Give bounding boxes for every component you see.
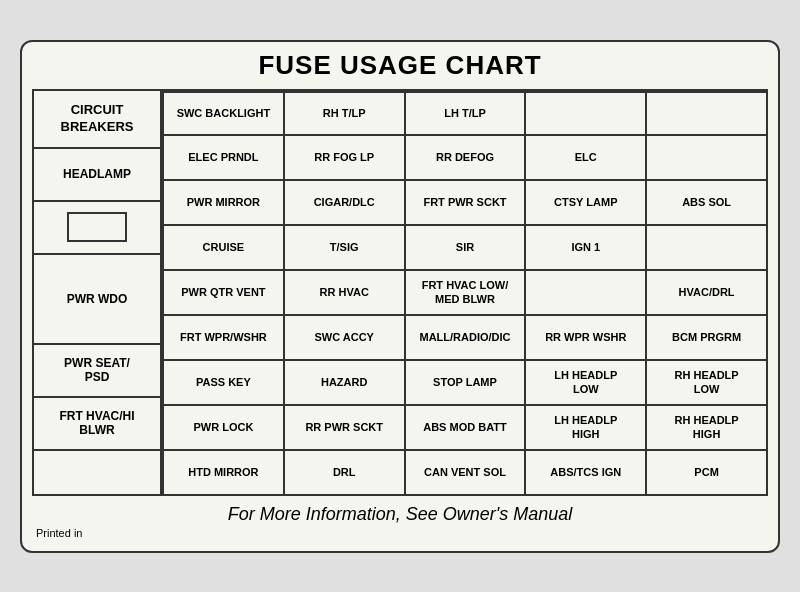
cell: LH T/LP bbox=[406, 91, 527, 136]
grid-row: HTD MIRROR DRL CAN VENT SOL ABS/TCS IGN … bbox=[162, 451, 768, 496]
cell: HVAC/DRL bbox=[647, 271, 768, 316]
cell: HTD MIRROR bbox=[164, 451, 285, 496]
cell: CIGAR/DLC bbox=[285, 181, 406, 226]
cell bbox=[647, 91, 768, 136]
cell: PWR MIRROR bbox=[164, 181, 285, 226]
cell: ELC bbox=[526, 136, 647, 181]
cell: RR FOG LP bbox=[285, 136, 406, 181]
cb-item-pwr-wdo: PWR WDO bbox=[32, 255, 162, 345]
cb-item-blank bbox=[32, 202, 162, 255]
cb-item-frt-hvac: FRT HVAC/HIBLWR bbox=[32, 398, 162, 451]
cb-item-pwr-seat: PWR SEAT/PSD bbox=[32, 345, 162, 398]
cb-header: CIRCUITBREAKERS bbox=[32, 89, 162, 149]
cell bbox=[647, 226, 768, 271]
cell: FRT PWR SCKT bbox=[406, 181, 527, 226]
fuse-grid: SWC BACKLIGHT RH T/LP LH T/LP ELEC PRNDL… bbox=[162, 89, 768, 496]
cell: ABS/TCS IGN bbox=[526, 451, 647, 496]
cell: IGN 1 bbox=[526, 226, 647, 271]
cell: PASS KEY bbox=[164, 361, 285, 406]
cell: HAZARD bbox=[285, 361, 406, 406]
cell: PWR QTR VENT bbox=[164, 271, 285, 316]
grid-row: PASS KEY HAZARD STOP LAMP LH HEADLPLOW R… bbox=[162, 361, 768, 406]
cell: RR DEFOG bbox=[406, 136, 527, 181]
cell: BCM PRGRM bbox=[647, 316, 768, 361]
cb-item-headlamp: HEADLAMP bbox=[32, 149, 162, 202]
grid-row: PWR MIRROR CIGAR/DLC FRT PWR SCKT CTSY L… bbox=[162, 181, 768, 226]
cell: CTSY LAMP bbox=[526, 181, 647, 226]
grid-row: CRUISE T/SIG SIR IGN 1 bbox=[162, 226, 768, 271]
grid-row: FRT WPR/WSHR SWC ACCY MALL/RADIO/DIC RR … bbox=[162, 316, 768, 361]
cell: LH HEADLPLOW bbox=[526, 361, 647, 406]
cb-item-bottom bbox=[32, 451, 162, 496]
cell: T/SIG bbox=[285, 226, 406, 271]
cell: LH HEADLPHIGH bbox=[526, 406, 647, 451]
cell: RH HEADLPHIGH bbox=[647, 406, 768, 451]
cell: ELEC PRNDL bbox=[164, 136, 285, 181]
cell bbox=[526, 91, 647, 136]
cell: RR WPR WSHR bbox=[526, 316, 647, 361]
cell-cruise: CRUISE bbox=[164, 226, 285, 271]
cb-box bbox=[67, 212, 127, 242]
cell: PWR LOCK bbox=[164, 406, 285, 451]
cell: MALL/RADIO/DIC bbox=[406, 316, 527, 361]
cell: ABS MOD BATT bbox=[406, 406, 527, 451]
cell: SWC BACKLIGHT bbox=[164, 91, 285, 136]
cell: SWC ACCY bbox=[285, 316, 406, 361]
footer-note: For More Information, See Owner's Manual bbox=[32, 504, 768, 525]
grid-row: PWR LOCK RR PWR SCKT ABS MOD BATT LH HEA… bbox=[162, 406, 768, 451]
cell: FRT WPR/WSHR bbox=[164, 316, 285, 361]
cell: RR PWR SCKT bbox=[285, 406, 406, 451]
cell bbox=[526, 271, 647, 316]
cell: PCM bbox=[647, 451, 768, 496]
grid-row: PWR QTR VENT RR HVAC FRT HVAC LOW/MED BL… bbox=[162, 271, 768, 316]
chart-layout: CIRCUITBREAKERS HEADLAMP PWR WDO PWR SEA… bbox=[32, 89, 768, 496]
cell: ABS SOL bbox=[647, 181, 768, 226]
grid-row: ELEC PRNDL RR FOG LP RR DEFOG ELC bbox=[162, 136, 768, 181]
cell: CAN VENT SOL bbox=[406, 451, 527, 496]
cell: STOP LAMP bbox=[406, 361, 527, 406]
cell: FRT HVAC LOW/MED BLWR bbox=[406, 271, 527, 316]
cell: DRL bbox=[285, 451, 406, 496]
cell: RH T/LP bbox=[285, 91, 406, 136]
cell: RR HVAC bbox=[285, 271, 406, 316]
printed-in: Printed in bbox=[32, 527, 768, 539]
cell bbox=[647, 136, 768, 181]
cell: RH HEADLPLOW bbox=[647, 361, 768, 406]
fuse-chart-card: FUSE USAGE CHART CIRCUITBREAKERS HEADLAM… bbox=[20, 40, 780, 553]
cell: SIR bbox=[406, 226, 527, 271]
grid-row: SWC BACKLIGHT RH T/LP LH T/LP bbox=[162, 89, 768, 136]
chart-title: FUSE USAGE CHART bbox=[32, 50, 768, 81]
left-column: CIRCUITBREAKERS HEADLAMP PWR WDO PWR SEA… bbox=[32, 89, 162, 496]
